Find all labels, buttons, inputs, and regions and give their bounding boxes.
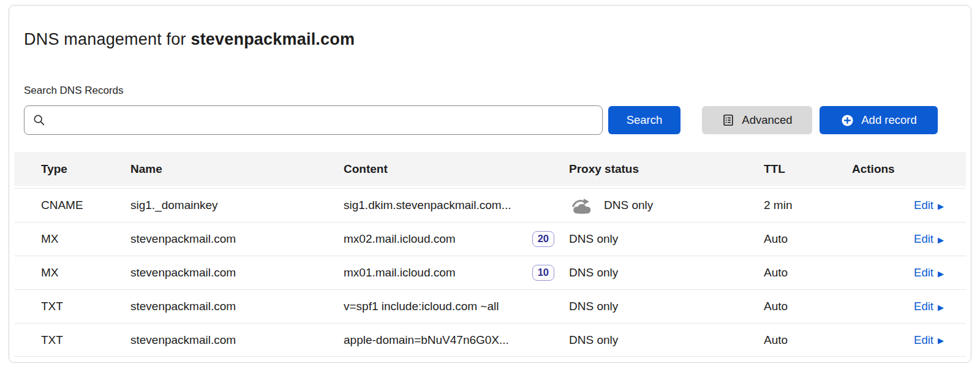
list-document-icon xyxy=(722,113,735,127)
search-label: Search DNS Records xyxy=(24,85,956,97)
table-row: TXT stevenpackmail.com v=spf1 include:ic… xyxy=(14,289,966,323)
caret-right-icon: ▶ xyxy=(938,270,944,278)
column-header-name: Name xyxy=(130,162,344,176)
add-record-label: Add record xyxy=(861,113,917,127)
page-title: DNS management for stevenpackmail.com xyxy=(24,6,956,49)
advanced-button-label: Advanced xyxy=(742,113,792,127)
proxy-status-cell: DNS only xyxy=(569,232,764,246)
record-content: apple-domain=bNuV47n6G0X... xyxy=(344,333,509,347)
proxy-status: DNS only xyxy=(604,199,653,212)
page-title-prefix: DNS management for xyxy=(24,30,190,48)
table-row: MX stevenpackmail.com mx02.mail.icloud.c… xyxy=(14,222,966,256)
actions-cell: Edit▶ xyxy=(852,266,944,280)
controls-row: Search Advanced xyxy=(24,105,956,135)
proxy-status: DNS only xyxy=(569,266,618,280)
record-content-cell: mx02.mail.icloud.com 20 xyxy=(344,231,569,247)
record-type: TXT xyxy=(41,333,130,347)
edit-button[interactable]: Edit▶ xyxy=(914,232,944,246)
edit-button[interactable]: Edit▶ xyxy=(914,199,944,212)
search-input-box[interactable] xyxy=(24,105,603,135)
edit-button[interactable]: Edit▶ xyxy=(914,266,944,280)
cloud-arrow-icon xyxy=(569,197,595,215)
record-name: stevenpackmail.com xyxy=(130,266,344,280)
actions-cell: Edit▶ xyxy=(852,300,944,313)
caret-right-icon: ▶ xyxy=(938,202,944,210)
proxy-status-cell: DNS only xyxy=(569,266,764,280)
table-row: CNAME sig1._domainkey sig1.dkim.stevenpa… xyxy=(14,188,966,222)
column-header-content: Content xyxy=(344,162,569,176)
record-content: mx02.mail.icloud.com xyxy=(344,232,456,246)
caret-right-icon: ▶ xyxy=(938,337,944,344)
dns-management-card: DNS management for stevenpackmail.com Se… xyxy=(9,5,971,363)
column-header-proxy-status: Proxy status xyxy=(569,162,764,176)
record-content-cell: apple-domain=bNuV47n6G0X... xyxy=(344,333,569,347)
record-name: stevenpackmail.com xyxy=(130,232,344,246)
dns-records-table: Type Name Content Proxy status TTL Actio… xyxy=(14,152,966,357)
advanced-button[interactable]: Advanced xyxy=(702,106,812,134)
add-record-button[interactable]: Add record xyxy=(820,106,938,134)
proxy-status: DNS only xyxy=(569,232,618,246)
record-type: CNAME xyxy=(41,199,130,212)
record-name: stevenpackmail.com xyxy=(130,333,344,347)
record-content-cell: mx01.mail.icloud.com 10 xyxy=(344,265,569,281)
column-header-actions: Actions xyxy=(852,162,944,176)
record-ttl: Auto xyxy=(764,333,852,347)
record-ttl: Auto xyxy=(764,232,852,246)
record-content: mx01.mail.icloud.com xyxy=(344,266,456,280)
record-type: MX xyxy=(41,266,130,280)
table-body: CNAME sig1._domainkey sig1.dkim.stevenpa… xyxy=(14,188,966,357)
record-name: stevenpackmail.com xyxy=(130,300,344,313)
column-header-type: Type xyxy=(41,162,130,176)
record-ttl: 2 min xyxy=(764,199,852,212)
table-row: MX stevenpackmail.com mx01.mail.icloud.c… xyxy=(14,256,966,289)
record-content-cell: v=spf1 include:icloud.com ~all xyxy=(344,300,569,313)
record-ttl: Auto xyxy=(764,300,852,313)
caret-right-icon: ▶ xyxy=(938,303,944,311)
actions-cell: Edit▶ xyxy=(852,199,944,212)
search-input[interactable] xyxy=(51,106,594,134)
column-header-ttl: TTL xyxy=(764,162,852,176)
edit-button[interactable]: Edit▶ xyxy=(914,300,944,313)
record-content-cell: sig1.dkim.stevenpackmail.com... xyxy=(344,199,569,212)
domain-name: stevenpackmail.com xyxy=(190,30,355,48)
search-button[interactable]: Search xyxy=(608,106,680,134)
record-content: v=spf1 include:icloud.com ~all xyxy=(344,300,499,313)
record-ttl: Auto xyxy=(764,266,852,280)
plus-circle-icon xyxy=(840,113,854,127)
actions-cell: Edit▶ xyxy=(852,232,944,246)
caret-right-icon: ▶ xyxy=(938,236,944,244)
mx-priority-badge: 10 xyxy=(532,265,554,281)
proxy-status-cell: DNS only xyxy=(569,197,764,215)
record-content: sig1.dkim.stevenpackmail.com... xyxy=(344,199,511,212)
proxy-status-cell: DNS only xyxy=(569,300,764,313)
proxy-status-cell: DNS only xyxy=(569,333,764,347)
record-name: sig1._domainkey xyxy=(130,199,344,212)
actions-cell: Edit▶ xyxy=(852,333,944,347)
record-type: MX xyxy=(41,232,130,246)
proxy-status: DNS only xyxy=(569,300,618,313)
record-type: TXT xyxy=(41,300,130,313)
search-icon xyxy=(32,113,46,127)
table-row: TXT stevenpackmail.com apple-domain=bNuV… xyxy=(14,323,966,357)
proxy-status: DNS only xyxy=(569,333,618,347)
mx-priority-badge: 20 xyxy=(532,231,554,247)
table-header-row: Type Name Content Proxy status TTL Actio… xyxy=(14,152,966,186)
edit-button[interactable]: Edit▶ xyxy=(914,333,944,347)
